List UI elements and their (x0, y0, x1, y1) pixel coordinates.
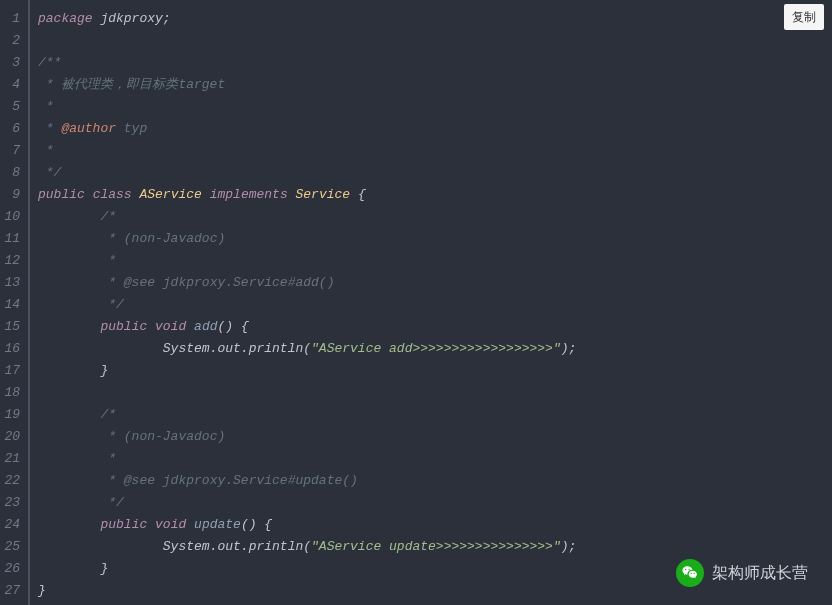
code-line: * @see jdkproxy.Service#update() (38, 470, 832, 492)
line-number: 6 (4, 118, 20, 140)
line-number: 11 (4, 228, 20, 250)
copy-button[interactable]: 复制 (784, 4, 824, 30)
code-line: * (38, 140, 832, 162)
line-number: 8 (4, 162, 20, 184)
code-line: public void update() { (38, 514, 832, 536)
line-number: 9 (4, 184, 20, 206)
code-line: package jdkproxy; (38, 8, 832, 30)
code-line: } (38, 360, 832, 382)
code-line: System.out.println("AService add>>>>>>>>… (38, 338, 832, 360)
code-line: */ (38, 162, 832, 184)
code-line (38, 30, 832, 52)
line-number: 14 (4, 294, 20, 316)
code-line: * @author typ (38, 118, 832, 140)
line-number: 24 (4, 514, 20, 536)
code-line: * (non-Javadoc) (38, 426, 832, 448)
line-number: 12 (4, 250, 20, 272)
line-number: 13 (4, 272, 20, 294)
line-number: 3 (4, 52, 20, 74)
line-number: 2 (4, 30, 20, 52)
line-number: 10 (4, 206, 20, 228)
code-line: */ (38, 492, 832, 514)
code-line: /** (38, 52, 832, 74)
code-line: public void add() { (38, 316, 832, 338)
line-number: 4 (4, 74, 20, 96)
line-number: 20 (4, 426, 20, 448)
code-line: * (38, 250, 832, 272)
code-line: * @see jdkproxy.Service#add() (38, 272, 832, 294)
code-line: System.out.println("AService update>>>>>… (38, 536, 832, 558)
code-line: public class AService implements Service… (38, 184, 832, 206)
line-number: 27 (4, 580, 20, 602)
line-number: 23 (4, 492, 20, 514)
code-block: 1234567891011121314151617181920212223242… (0, 0, 832, 605)
code-line (38, 382, 832, 404)
wechat-icon (676, 559, 704, 587)
code-line: * (38, 448, 832, 470)
line-number: 5 (4, 96, 20, 118)
code-line: /* (38, 404, 832, 426)
line-number: 25 (4, 536, 20, 558)
line-number: 18 (4, 382, 20, 404)
line-number: 26 (4, 558, 20, 580)
line-number: 19 (4, 404, 20, 426)
line-number: 22 (4, 470, 20, 492)
code-area: package jdkproxy;/** * 被代理类，即目标类target *… (30, 0, 832, 605)
line-number: 1 (4, 8, 20, 30)
line-number: 7 (4, 140, 20, 162)
line-gutter: 1234567891011121314151617181920212223242… (0, 0, 30, 605)
code-line: * (38, 96, 832, 118)
line-number: 16 (4, 338, 20, 360)
line-number: 17 (4, 360, 20, 382)
watermark: 架构师成长营 (676, 559, 808, 587)
code-line: */ (38, 294, 832, 316)
code-line: * 被代理类，即目标类target (38, 74, 832, 96)
code-line: /* (38, 206, 832, 228)
watermark-text: 架构师成长营 (712, 562, 808, 584)
code-line: * (non-Javadoc) (38, 228, 832, 250)
line-number: 21 (4, 448, 20, 470)
line-number: 15 (4, 316, 20, 338)
